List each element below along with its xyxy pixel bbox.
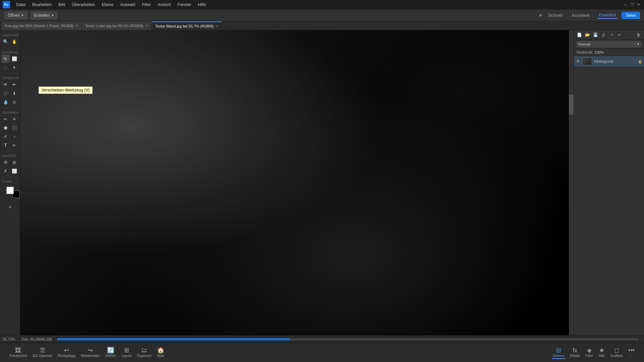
canvas-vertical-scrollbar[interactable] (569, 30, 574, 351)
opacity-value[interactable]: 100% (595, 50, 604, 54)
divider-2 (3, 73, 17, 74)
default-colors-icon[interactable]: ⊘ (6, 203, 14, 211)
nav-grafiken[interactable]: ◻ Grafiken (607, 346, 626, 359)
tool-row-zeichnen-2: ⬟ ⬛ (0, 124, 20, 132)
tab-close-wand[interactable]: ✕ (216, 24, 218, 28)
clone-tool[interactable]: ⬡ (2, 89, 10, 97)
section-anzeigen: ANZEIGEN (0, 32, 20, 38)
brush-tool[interactable]: ✏ (2, 115, 10, 123)
restore-button[interactable]: ❐ (629, 2, 635, 7)
nav-more[interactable]: ••• ... (626, 346, 637, 359)
marquee-tool[interactable]: ⬜ (10, 55, 18, 63)
brightness-icon[interactable]: ☀ (538, 13, 543, 18)
create-button[interactable]: Erstellen ▼ (31, 12, 58, 19)
layer-hintergrund[interactable]: 👁 Hintergrund 🔒 (574, 56, 644, 67)
undo-icon[interactable]: ↩ (616, 32, 623, 38)
mode-assistent[interactable]: Assistent (571, 12, 591, 18)
nav-drehen[interactable]: 🔄 Drehen (102, 346, 119, 359)
save-icon[interactable]: 💾 (592, 32, 599, 38)
menu-ebene[interactable]: Ebene (99, 2, 116, 8)
nav-rueckgaengig[interactable]: ↩ Rückgängig (55, 346, 78, 359)
shape-tool[interactable]: ⋆ (10, 132, 18, 140)
new-layer-icon[interactable]: 📄 (576, 32, 583, 38)
canvas-vscroll-thumb[interactable] (569, 95, 574, 115)
nav-wz-optionen[interactable]: ☰ WZ-Optionen (30, 346, 55, 359)
menu-hilfe[interactable]: Hilfe (195, 2, 209, 8)
nav-stile[interactable]: ★ Stile (596, 346, 607, 359)
dodge-tool[interactable]: 💧 (2, 98, 10, 106)
magic-wand-tool[interactable]: ✦ (10, 63, 18, 71)
nav-fotobereich[interactable]: 🖼 Fotobereich (7, 346, 30, 359)
close-button[interactable]: ✕ (636, 2, 641, 7)
nav-organizer[interactable]: 🗂 Organizer (134, 346, 154, 359)
menu-datei[interactable]: Datei (13, 2, 28, 8)
blur-tool[interactable]: ◎ (10, 98, 18, 106)
print-icon[interactable]: 🖨 (600, 32, 607, 38)
hand-tool[interactable]: ✋ (10, 38, 18, 46)
toolbar-bar: Öffnen ▼ Erstellen ▼ ☀ Schnell Assistent… (0, 9, 644, 21)
open-file-icon[interactable]: 📂 (584, 32, 591, 38)
panel-icons-row: 📄 📂 💾 🖨 ↗ ↩ 🗑 (574, 30, 644, 40)
status-bar: 55,72% | Dok: 60,2M/60,2M (0, 335, 644, 343)
nav-effekte[interactable]: fx Effekte (567, 346, 583, 359)
pen-tool[interactable]: ✐ (2, 132, 10, 140)
tab-leder[interactable]: Textur Leder.jpg bei 69.5% (RGB/8) ✕ (82, 21, 152, 30)
tool-row-verbesse-1: 👁 ✒ (0, 80, 20, 88)
organizer-icon: 🗂 (141, 347, 147, 353)
divider-4 (3, 151, 17, 152)
erase-tool[interactable]: ✏ (10, 141, 18, 149)
tool-row-andern-2: ✗ ⬜ (0, 167, 20, 175)
minimize-button[interactable]: — (623, 2, 628, 7)
smudge-tool[interactable]: ✗ (2, 167, 10, 175)
nav-ebenen[interactable]: ⊟ Ebenen (550, 346, 567, 359)
menu-filter[interactable]: Filter (140, 2, 154, 8)
nav-filter[interactable]: ◈ Filter (583, 346, 596, 359)
layer-lock-icon[interactable]: 🔒 (638, 60, 642, 63)
menu-ueberarbeiten[interactable]: Überarbeiten (69, 2, 98, 8)
menu-fenster[interactable]: Fenster (175, 2, 194, 8)
gradient-tool[interactable]: ⬜ (10, 167, 18, 175)
type-tool[interactable]: T (2, 141, 10, 149)
filter-icon: ◈ (587, 347, 592, 353)
mode-erweitert[interactable]: Erweitert (597, 12, 617, 19)
trash-icon[interactable]: 🗑 (635, 32, 642, 38)
blend-mode-select[interactable]: Normal ▼ (577, 41, 641, 47)
menu-auswahl[interactable]: Auswahl (117, 2, 138, 8)
wiederholen-icon: ↪ (88, 347, 93, 353)
layer-name[interactable]: Hintergrund (594, 59, 636, 63)
left-nav-section: 🖼 Fotobereich ☰ WZ-Optionen ↩ Rückgängig… (7, 346, 167, 359)
menu-bearbeiten[interactable]: Bearbeiten (30, 2, 54, 8)
move-tool[interactable]: ↖ (2, 55, 10, 63)
foreground-color[interactable] (6, 187, 14, 194)
layer-visibility-icon[interactable]: 👁 (576, 59, 580, 64)
tab-frau[interactable]: Frau.jpg bei 50% (Ebene 1 Kopie, RGB/8) … (1, 21, 82, 30)
mode-schnell[interactable]: Schnell (547, 12, 564, 18)
teilen-button[interactable]: Teilen (622, 12, 640, 19)
paint-bucket-tool[interactable]: ⬟ (2, 124, 10, 132)
nav-layout[interactable]: ⊞ Layout (119, 346, 134, 359)
layer-thumb-content (582, 58, 592, 65)
menu-bild[interactable]: Bild (56, 2, 68, 8)
stamp-tool[interactable]: ⬇ (10, 89, 18, 97)
tool-row-andern-1: ⧉ ⊞ (0, 158, 20, 166)
crop-tool[interactable]: ⧉ (2, 158, 10, 166)
start-icon: 🏠 (157, 347, 164, 353)
lasso-tool[interactable]: ◌ (2, 63, 10, 71)
nav-wiederholen[interactable]: ↪ Wiederholen (78, 346, 102, 359)
rect-select-tool[interactable]: ⬛ (10, 124, 18, 132)
nav-start[interactable]: 🏠 Start (154, 346, 167, 359)
share-icon[interactable]: ↗ (608, 32, 615, 38)
tool-row-auswahl-1: ↖ ⬜ (0, 55, 20, 63)
tab-wand[interactable]: Textur Wand.jpg bei 55.7% (RGB/8) ✕ (152, 21, 222, 30)
tab-close-leder[interactable]: ✕ (146, 24, 148, 27)
search-tool[interactable]: 🔍 (2, 38, 10, 46)
status-progress-bar (57, 338, 639, 340)
healing-tool[interactable]: ✒ (10, 80, 18, 88)
canvas-area[interactable]: Verschieben-Werkzeug (V) (20, 30, 574, 351)
tab-close-frau[interactable]: ✕ (75, 24, 78, 27)
red-eye-tool[interactable]: 👁 (2, 80, 10, 88)
recompose-tool[interactable]: ⊞ (10, 158, 18, 166)
pattern-tool[interactable]: ✳ (10, 115, 18, 123)
menu-ansicht[interactable]: Ansicht (155, 2, 173, 8)
open-button[interactable]: Öffnen ▼ (4, 12, 28, 19)
